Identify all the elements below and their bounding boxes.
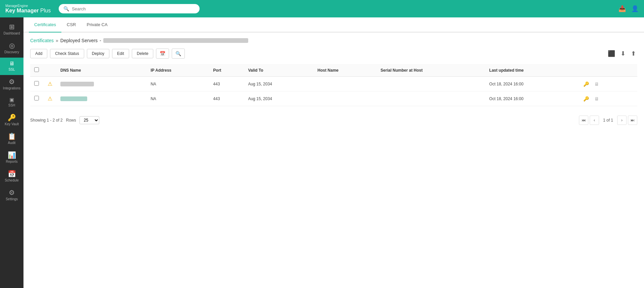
key-vault-icon: 🔑 <box>8 114 16 121</box>
export-icon-1[interactable]: ⬛ <box>606 49 616 59</box>
schedule-icon: 📅 <box>8 170 16 177</box>
table-row: ⚠ NA 443 Aug 15, 2034 Oct 18, 2024 16:00 <box>30 91 637 106</box>
row1-dns-name <box>56 77 147 91</box>
tab-bar: Certificates CSR Private CA <box>23 17 644 32</box>
discovery-icon: ◎ <box>9 42 15 49</box>
export-icon-3[interactable]: ⬆ <box>630 49 637 59</box>
col-header-checkbox <box>30 64 44 77</box>
sidebar-item-reports[interactable]: 📊 Reports <box>0 148 23 167</box>
row1-dns-blurred <box>60 82 94 86</box>
tab-csr[interactable]: CSR <box>61 17 81 32</box>
tab-certificates[interactable]: Certificates <box>29 17 61 32</box>
showing-info: Showing 1 - 2 of 2 <box>30 118 63 123</box>
col-header-host-name: Host Name <box>314 64 377 77</box>
page-content: Certificates » Deployed Servers - ██████… <box>23 32 644 288</box>
row1-checkbox[interactable] <box>34 81 39 86</box>
sidebar-item-settings[interactable]: ⚙ Settings <box>0 186 23 205</box>
tab-private-ca[interactable]: Private CA <box>81 17 113 32</box>
check-status-button[interactable]: Check Status <box>50 49 84 58</box>
row2-checkbox-cell <box>30 91 44 106</box>
integrations-icon: ⚙ <box>9 78 15 85</box>
select-all-checkbox[interactable] <box>34 67 39 72</box>
sidebar-item-integrations[interactable]: ⚙ Integrations <box>0 75 23 94</box>
row2-key-icon[interactable]: 🔑 <box>581 95 591 102</box>
page-indicator: 1 of 1 <box>600 118 616 123</box>
prev-page-button[interactable]: ‹ <box>590 116 599 125</box>
sidebar-label-ssl: SSL <box>9 68 15 72</box>
sidebar-label-discovery: Discovery <box>4 50 19 54</box>
row1-key-icon[interactable]: 🔑 <box>581 81 591 87</box>
next-page-button[interactable]: › <box>617 116 627 125</box>
row2-checkbox[interactable] <box>34 96 39 100</box>
last-page-button[interactable]: ⏭ <box>628 116 637 125</box>
ssh-icon: ▣ <box>9 97 14 102</box>
search-bar[interactable]: 🔍 <box>59 4 200 13</box>
row2-host-name <box>314 91 377 106</box>
toolbar: Add Check Status Deploy Edit Delete 📅 🔍 … <box>30 49 637 59</box>
sidebar-label-ssh: SSH <box>8 103 15 107</box>
row1-actions: 🔑 🖥 <box>577 77 637 91</box>
row2-dns-name <box>56 91 147 106</box>
deployed-servers-table: DNS Name IP Address Port Valid To Host N… <box>30 64 637 106</box>
sidebar-item-key-vault[interactable]: 🔑 Key Vault <box>0 111 23 130</box>
pagination-bar: Showing 1 - 2 of 2 Rows 10 25 50 100 ⏮ ‹… <box>30 113 637 128</box>
sidebar-label-schedule: Schedule <box>5 178 19 183</box>
sidebar-label-integrations: Integrations <box>3 86 20 90</box>
reports-icon: 📊 <box>8 152 16 158</box>
rows-label: Rows <box>66 118 76 123</box>
deploy-button[interactable]: Deploy <box>87 49 109 58</box>
row2-warning-icon: ⚠ <box>48 96 52 101</box>
edit-button[interactable]: Edit <box>112 49 129 58</box>
row2-ip-address: NA <box>147 91 209 106</box>
brand-top: ManageEngine <box>5 4 51 8</box>
audit-icon: 📋 <box>8 133 16 140</box>
add-button[interactable]: Add <box>30 49 47 58</box>
sidebar-label-settings: Settings <box>6 197 18 201</box>
sidebar-item-ssl[interactable]: 🖥 SSL <box>0 58 23 75</box>
row1-warning-icon: ⚠ <box>48 81 52 87</box>
first-page-button[interactable]: ⏮ <box>579 116 588 125</box>
row1-last-updated: Oct 18, 2024 16:00 <box>485 77 578 91</box>
col-header-warn <box>44 64 56 77</box>
sidebar-item-audit[interactable]: 📋 Audit <box>0 130 23 148</box>
main-content: Certificates CSR Private CA Certificates… <box>23 17 644 288</box>
breadcrumb-details: ██████████████ ████ ████████████████████… <box>103 38 248 43</box>
breadcrumb-separator: » <box>56 38 58 43</box>
sidebar-item-ssh[interactable]: ▣ SSH <box>0 94 23 111</box>
row1-ip-address: NA <box>147 77 209 91</box>
row2-port: 443 <box>209 91 244 106</box>
row1-warn-cell: ⚠ <box>44 77 56 91</box>
search-filter-button[interactable]: 🔍 <box>172 49 185 59</box>
breadcrumb-root[interactable]: Certificates <box>30 38 54 43</box>
main-layout: ⊞ Dashboard ◎ Discovery 🖥 SSL ⚙ Integrat… <box>0 17 644 288</box>
delete-button[interactable]: Delete <box>132 49 154 58</box>
breadcrumb: Certificates » Deployed Servers - ██████… <box>30 38 637 43</box>
col-header-ip-address: IP Address <box>147 64 209 77</box>
row2-server-icon[interactable]: 🖥 <box>592 95 601 102</box>
export-icon-2[interactable]: ⬇ <box>619 49 627 59</box>
toolbar-right-actions: ⬛ ⬇ ⬆ <box>606 49 637 59</box>
calendar-icon-button[interactable]: 📅 <box>156 49 169 59</box>
sidebar-label-reports: Reports <box>6 160 17 164</box>
sidebar-label-key-vault: Key Vault <box>5 122 19 126</box>
row1-server-icon[interactable]: 🖥 <box>592 81 601 87</box>
sidebar-item-dashboard[interactable]: ⊞ Dashboard <box>0 20 23 39</box>
row2-warn-cell: ⚠ <box>44 91 56 106</box>
row1-valid-to: Aug 15, 2034 <box>244 77 314 91</box>
row2-dns-blurred <box>60 96 87 101</box>
search-input[interactable] <box>72 6 195 11</box>
search-icon: 🔍 <box>63 6 69 11</box>
row2-last-updated: Oct 18, 2024 16:00 <box>485 91 578 106</box>
col-header-dns-name: DNS Name <box>56 64 147 77</box>
row2-serial-number <box>377 91 485 106</box>
breadcrumb-dash: - <box>100 38 101 43</box>
col-header-serial-number: Serial Number at Host <box>377 64 485 77</box>
sidebar-item-schedule[interactable]: 📅 Schedule <box>0 167 23 186</box>
sidebar-item-discovery[interactable]: ◎ Discovery <box>0 39 23 58</box>
table-row: ⚠ NA 443 Aug 15, 2034 Oct 18, 2024 16:00 <box>30 77 637 91</box>
user-icon[interactable]: 👤 <box>631 5 639 12</box>
notifications-icon[interactable]: 📥 <box>619 5 626 12</box>
pagination-controls: ⏮ ‹ 1 of 1 › ⏭ <box>579 116 637 125</box>
rows-per-page-select[interactable]: 10 25 50 100 <box>79 116 99 124</box>
ssl-icon: 🖥 <box>9 61 14 66</box>
